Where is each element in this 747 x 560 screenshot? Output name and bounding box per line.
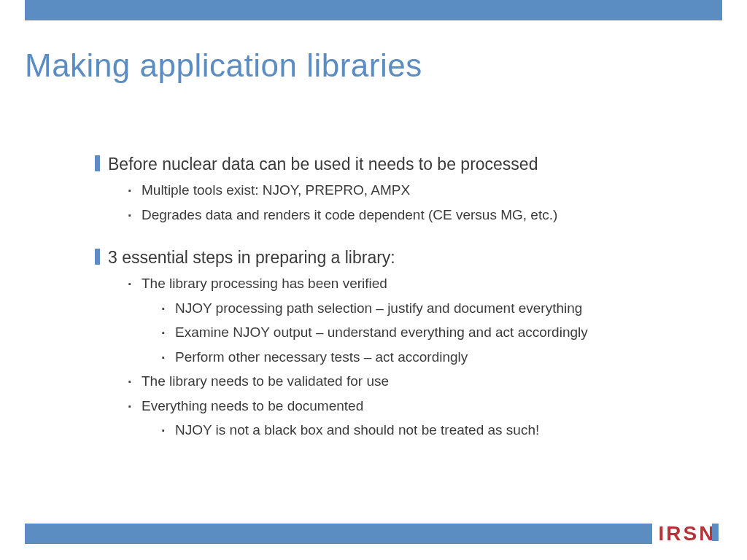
bullet-l2: The library processing has been verified (128, 273, 708, 294)
spacer (95, 229, 708, 246)
top-accent-bar (25, 0, 722, 20)
bullet-l1: Before nuclear data can be used it needs… (95, 153, 708, 176)
slide-body: Before nuclear data can be used it needs… (95, 153, 708, 445)
irsn-logo: IRSN (652, 516, 722, 551)
logo-text: IRS (659, 522, 700, 545)
bullet-l3: Perform other necessary tests – act acco… (162, 347, 708, 368)
bullet-l2: Everything needs to be documented (128, 396, 708, 416)
slide-title: Making application libraries (25, 47, 422, 84)
bullet-l3: NJOY processing path selection – justify… (162, 298, 708, 319)
bullet-l3: Examine NJOY output – understand everyth… (162, 322, 708, 343)
bullet-l2: The library needs to be validated for us… (128, 371, 708, 392)
bullet-l3: NJOY is not a black box and should not b… (162, 420, 708, 440)
bullet-l2: Multiple tools exist: NJOY, PREPRO, AMPX (128, 180, 708, 201)
bottom-accent-bar (25, 524, 722, 544)
bullet-l2: Degrades data and renders it code depend… (128, 205, 708, 225)
bullet-l1: 3 essential steps in preparing a library… (95, 246, 708, 269)
logo-n: N (699, 522, 716, 545)
